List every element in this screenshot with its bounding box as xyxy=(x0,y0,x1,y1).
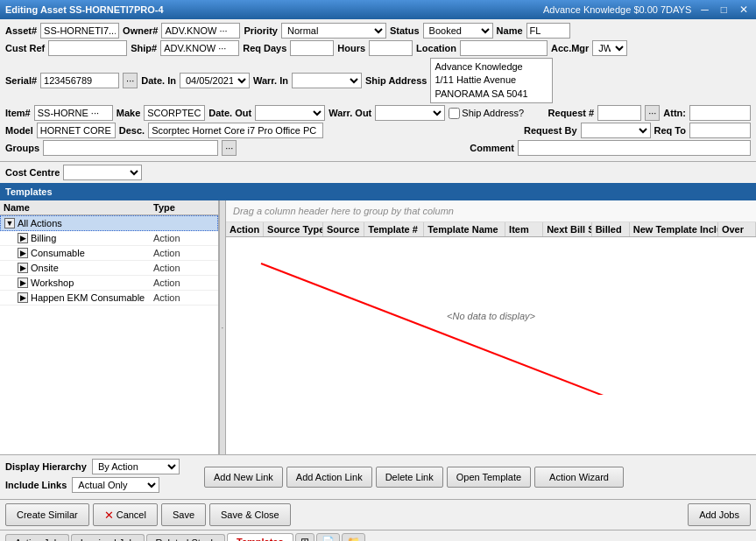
advance-knowledge-label: Advance Knowledge $0.00 7DAYS xyxy=(543,4,691,15)
tree-expand-consumable[interactable]: ▶ xyxy=(18,248,28,258)
col-header-template-name: Template Name xyxy=(424,222,505,236)
warr-out-select[interactable] xyxy=(375,105,445,121)
warr-in-label: Warr. In xyxy=(253,75,288,86)
tab-icon-folder[interactable]: 📁 xyxy=(342,533,365,541)
tab-icon-doc[interactable]: 📄 xyxy=(316,533,340,541)
cust-ref-label: Cust Ref xyxy=(5,43,45,53)
serial-label: Serial# xyxy=(5,75,37,86)
tree-item-happen-ekm[interactable]: ▶ Happen EKM Consumable Action xyxy=(0,291,218,306)
date-out-select[interactable] xyxy=(255,105,325,121)
tree-item-consumable[interactable]: ▶ Consumable Action xyxy=(0,246,218,261)
delete-link-button[interactable]: Delete Link xyxy=(376,467,443,488)
form-area: Asset# Owner# Priority Normal Status Boo… xyxy=(0,19,756,162)
display-controls-row: Display Hierarchy By Action Include Link… xyxy=(5,459,751,493)
tab-invoiced-job[interactable]: Invoiced Job xyxy=(71,534,145,541)
tree-item-workshop[interactable]: ▶ Workshop Action xyxy=(0,276,218,291)
acc-mgr-select[interactable]: JW xyxy=(592,40,627,56)
close-button[interactable]: ✕ xyxy=(737,4,751,16)
col-header-new-template: New Template Includes xyxy=(630,222,718,236)
tree-label-workshop: Workshop xyxy=(31,278,153,288)
add-jobs-button[interactable]: Add Jobs xyxy=(688,503,751,526)
serial-ellipsis-button[interactable]: ··· xyxy=(123,73,138,88)
date-in-label: Date. In xyxy=(141,75,176,86)
ship-address-box: Advance Knowledge 1/11 Hattie Avenue PAN… xyxy=(430,58,553,103)
request-input[interactable] xyxy=(597,105,641,121)
item-input[interactable] xyxy=(34,105,113,121)
ship-address-checkbox[interactable] xyxy=(449,108,460,119)
left-panel: Name Type ▼ All Actions ▶ Billing Action… xyxy=(0,200,219,454)
tree-label-happen-ekm: Happen EKM Consumable xyxy=(31,292,153,303)
open-template-button[interactable]: Open Template xyxy=(447,467,531,488)
form-row-3: Serial# ··· Date. In 04/05/2021 Warr. In… xyxy=(5,58,751,103)
form-row-2: Cust Ref Ship# Req Days Hours Location A… xyxy=(5,40,751,56)
desc-input[interactable] xyxy=(148,123,323,138)
priority-select[interactable]: Normal xyxy=(281,23,386,39)
tree-label-billing: Billing xyxy=(31,233,153,243)
comment-input[interactable] xyxy=(518,140,751,156)
maximize-button[interactable]: □ xyxy=(718,4,730,16)
cust-ref-input[interactable] xyxy=(48,40,127,56)
model-input[interactable] xyxy=(37,123,116,138)
action-wizard-button[interactable]: Action Wizard xyxy=(534,467,624,488)
make-label: Make xyxy=(117,108,141,118)
tree-item-billing[interactable]: ▶ Billing Action xyxy=(0,231,218,246)
status-label: Status xyxy=(390,25,420,36)
ship-address-check-label[interactable]: Ship Address? xyxy=(449,108,524,119)
hours-input[interactable] xyxy=(369,40,413,56)
attn-input[interactable] xyxy=(689,105,751,121)
cancel-button[interactable]: ✕ Cancel xyxy=(93,503,158,526)
location-input[interactable] xyxy=(460,40,548,56)
display-hierarchy-select[interactable]: By Action xyxy=(92,459,180,474)
address-line-3: PANORAMA SA 5041 xyxy=(435,88,548,101)
groups-input[interactable] xyxy=(43,140,218,156)
tree-expand-workshop[interactable]: ▶ xyxy=(18,278,28,288)
grid-header: Action Source Type Source Template # Tem… xyxy=(226,222,756,237)
add-new-link-button[interactable]: Add New Link xyxy=(204,467,283,488)
request-by-select[interactable] xyxy=(581,123,651,138)
add-action-link-button[interactable]: Add Action Link xyxy=(286,467,372,488)
tab-icon-grid[interactable]: ⊞ xyxy=(295,533,314,541)
tree-item-onsite[interactable]: ▶ Onsite Action xyxy=(0,261,218,276)
asset-input[interactable] xyxy=(40,23,119,39)
footer-left-buttons: Create Similar ✕ Cancel Save Save & Clos… xyxy=(5,503,291,526)
panel-collapse-handle[interactable]: · xyxy=(219,200,226,454)
status-select[interactable]: Booked xyxy=(423,23,493,39)
tree-expand-onsite[interactable]: ▶ xyxy=(18,263,28,273)
warr-out-label: Warr. Out xyxy=(329,108,371,118)
tab-related-stock[interactable]: Related Stock xyxy=(146,534,225,541)
col-header-template-num: Template # xyxy=(364,222,424,236)
name-input[interactable] xyxy=(526,23,570,39)
warr-in-select[interactable] xyxy=(292,73,362,88)
col-header-next-bill: Next Bill Source xyxy=(543,222,592,236)
footer-buttons: Create Similar ✕ Cancel Save Save & Clos… xyxy=(0,499,756,530)
address-line-1: Advance Knowledge xyxy=(435,60,548,74)
groups-ellipsis-button[interactable]: ··· xyxy=(222,140,237,156)
req-to-input[interactable] xyxy=(689,123,751,138)
req-days-input[interactable] xyxy=(290,40,334,56)
tree-expand-happen-ekm[interactable]: ▶ xyxy=(18,292,28,303)
form-row-4: Item# Make Date. Out Warr. Out Ship Addr… xyxy=(5,105,751,121)
ship-input[interactable] xyxy=(160,40,239,56)
owner-input[interactable] xyxy=(161,23,240,39)
tab-templates[interactable]: Templates xyxy=(227,533,293,541)
tree-header: Name Type xyxy=(0,200,218,215)
serial-input[interactable] xyxy=(40,73,119,88)
tree-item-all-actions[interactable]: ▼ All Actions xyxy=(0,215,218,231)
form-row-5: Model Desc. Request By Req To xyxy=(5,123,751,138)
make-input[interactable] xyxy=(144,105,205,121)
tree-expand-billing[interactable]: ▶ xyxy=(18,233,28,243)
cost-centre-row: Cost Centre xyxy=(0,162,756,183)
request-ellipsis-button[interactable]: ··· xyxy=(645,105,660,121)
create-similar-button[interactable]: Create Similar xyxy=(5,503,89,526)
save-close-button[interactable]: Save & Close xyxy=(209,503,291,526)
save-button[interactable]: Save xyxy=(161,503,206,526)
include-links-label: Include Links xyxy=(5,480,67,490)
minimize-button[interactable]: ─ xyxy=(698,4,711,16)
cost-centre-select[interactable] xyxy=(63,165,142,180)
bottom-controls: Display Hierarchy By Action Include Link… xyxy=(0,454,756,499)
include-links-select[interactable]: Actual Only xyxy=(72,477,159,493)
tab-active-job[interactable]: Active Job xyxy=(5,534,69,541)
tree-expand-all-actions[interactable]: ▼ xyxy=(4,218,15,228)
item-label: Item# xyxy=(5,108,31,118)
date-in-select[interactable]: 04/05/2021 xyxy=(180,73,250,88)
